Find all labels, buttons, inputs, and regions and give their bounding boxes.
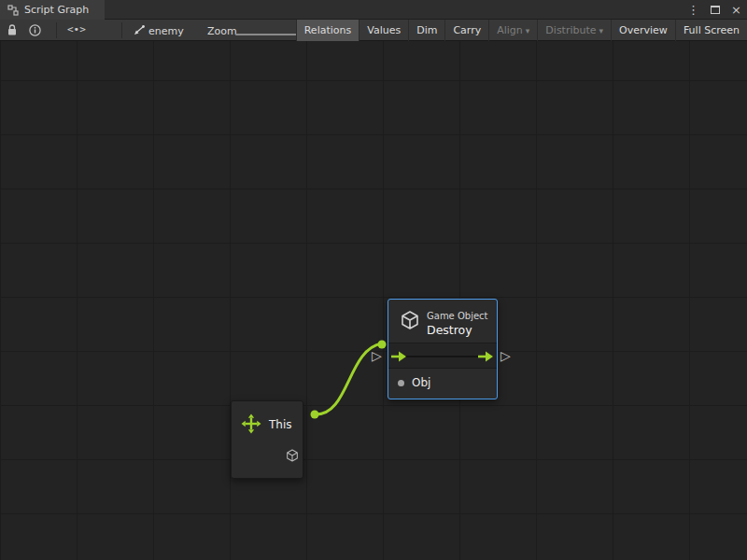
chevron-down-icon: ▾	[599, 26, 604, 35]
flow-relation-row	[388, 343, 497, 369]
flow-in-arrow-icon[interactable]	[391, 351, 407, 362]
chevron-down-icon: ▾	[526, 26, 530, 35]
graph-name-label: enemy	[148, 25, 184, 37]
cube-icon	[399, 309, 421, 331]
tab-title: Script Graph	[24, 4, 89, 16]
toolbar-separator	[56, 22, 57, 38]
window-menu-icon[interactable]: ⋮	[687, 4, 699, 16]
window-controls: ⋮ ×	[687, 0, 741, 20]
zoom-label: Zoom	[207, 25, 237, 37]
maximize-icon[interactable]	[711, 6, 720, 14]
values-button[interactable]: Values	[359, 20, 408, 41]
obj-input-label: Obj	[412, 376, 430, 389]
relation-line	[404, 356, 481, 357]
info-icon[interactable]	[29, 24, 41, 36]
obj-input-row: Obj	[388, 369, 497, 399]
dim-button[interactable]: Dim	[408, 20, 444, 41]
flow-input-port-icon[interactable]: ▷	[372, 349, 382, 362]
flow-output-port-icon[interactable]: ▷	[500, 349, 511, 362]
graph-window-icon	[7, 5, 19, 16]
overview-button[interactable]: Overview	[611, 20, 675, 41]
window-titlebar: Script Graph ⋮ ×	[0, 0, 747, 20]
fullscreen-button[interactable]: Full Screen	[675, 20, 747, 41]
flow-out-arrow-icon[interactable]	[478, 351, 494, 362]
align-dropdown[interactable]: Align ▾	[488, 20, 537, 41]
node-this[interactable]: This	[231, 400, 303, 479]
tab-script-graph[interactable]: Script Graph	[0, 0, 105, 20]
graph-object-icon	[134, 25, 145, 35]
graph-canvas[interactable]: This Game Object Destroy Obj	[0, 41, 747, 560]
close-icon[interactable]: ×	[731, 4, 741, 16]
relations-button[interactable]: Relations	[296, 20, 359, 41]
lock-icon[interactable]	[7, 24, 18, 36]
node-destroy[interactable]: Game Object Destroy Obj	[388, 299, 498, 399]
distribute-dropdown[interactable]: Distribute ▾	[537, 20, 611, 41]
toolbar-separator	[121, 22, 122, 38]
graph-toolbar: <•> enemy Zoom 1x Relations Values Dim C…	[0, 20, 747, 41]
node-title: Destroy	[427, 323, 472, 337]
node-category: Game Object	[427, 311, 488, 321]
node-title: This	[269, 418, 292, 431]
toolbar-button-group: Relations Values Dim Carry Align ▾ Distr…	[296, 20, 747, 41]
obj-input-port[interactable]	[398, 380, 404, 386]
move-icon	[240, 413, 262, 435]
self-output-port[interactable]	[303, 450, 312, 461]
cube-icon	[285, 448, 300, 463]
carry-button[interactable]: Carry	[444, 20, 488, 41]
code-view-icon[interactable]: <•>	[67, 23, 86, 35]
